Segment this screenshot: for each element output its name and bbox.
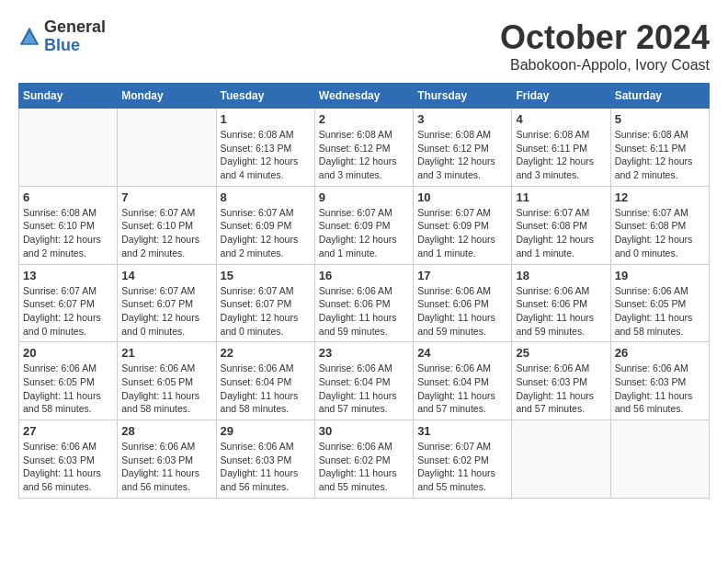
logo-icon <box>18 26 40 48</box>
day-number: 19 <box>615 269 705 282</box>
calendar-cell: 31Sunrise: 6:07 AM Sunset: 6:02 PM Dayli… <box>414 420 512 499</box>
day-number: 15 <box>221 269 311 282</box>
day-number: 6 <box>23 190 113 204</box>
day-info: Sunrise: 6:07 AM Sunset: 6:10 PM Dayligh… <box>121 206 211 260</box>
location-title: Babokoon-Appolo, Ivory Coast <box>500 57 710 74</box>
day-info: Sunrise: 6:07 AM Sunset: 6:07 PM Dayligh… <box>121 284 211 339</box>
weekday-header-tuesday: Tuesday <box>216 84 314 109</box>
logo-general-text: General <box>44 18 106 37</box>
day-info: Sunrise: 6:07 AM Sunset: 6:08 PM Dayligh… <box>516 206 606 260</box>
calendar-cell <box>19 109 118 187</box>
day-number: 25 <box>516 346 606 360</box>
day-number: 23 <box>319 346 409 360</box>
page-header: General Blue October 2024 Babokoon-Appol… <box>18 18 710 74</box>
day-info: Sunrise: 6:06 AM Sunset: 6:05 PM Dayligh… <box>615 284 705 339</box>
title-area: October 2024 Babokoon-Appolo, Ivory Coas… <box>500 18 710 74</box>
weekday-header-wednesday: Wednesday <box>314 84 413 109</box>
day-info: Sunrise: 6:08 AM Sunset: 6:13 PM Dayligh… <box>221 128 311 182</box>
day-info: Sunrise: 6:07 AM Sunset: 6:09 PM Dayligh… <box>319 206 409 260</box>
calendar-cell: 22Sunrise: 6:06 AM Sunset: 6:04 PM Dayli… <box>216 342 314 420</box>
day-info: Sunrise: 6:08 AM Sunset: 6:11 PM Dayligh… <box>516 128 606 182</box>
calendar-week-row: 6Sunrise: 6:08 AM Sunset: 6:10 PM Daylig… <box>19 186 710 264</box>
calendar-cell: 12Sunrise: 6:07 AM Sunset: 6:08 PM Dayli… <box>610 186 709 264</box>
logo-blue-text: Blue <box>44 37 106 55</box>
day-info: Sunrise: 6:06 AM Sunset: 6:03 PM Dayligh… <box>23 440 113 494</box>
calendar-cell: 27Sunrise: 6:06 AM Sunset: 6:03 PM Dayli… <box>19 420 118 499</box>
day-info: Sunrise: 6:06 AM Sunset: 6:04 PM Dayligh… <box>319 362 409 416</box>
calendar-cell: 30Sunrise: 6:06 AM Sunset: 6:02 PM Dayli… <box>314 420 413 499</box>
calendar-week-row: 20Sunrise: 6:06 AM Sunset: 6:05 PM Dayli… <box>19 342 710 420</box>
day-number: 31 <box>417 424 507 438</box>
calendar-week-row: 1Sunrise: 6:08 AM Sunset: 6:13 PM Daylig… <box>19 109 710 187</box>
month-title: October 2024 <box>500 18 710 57</box>
day-number: 8 <box>221 190 311 204</box>
calendar-cell: 1Sunrise: 6:08 AM Sunset: 6:13 PM Daylig… <box>216 109 314 187</box>
day-info: Sunrise: 6:08 AM Sunset: 6:12 PM Dayligh… <box>417 128 507 182</box>
calendar-cell: 28Sunrise: 6:06 AM Sunset: 6:03 PM Dayli… <box>118 420 216 499</box>
calendar-cell: 14Sunrise: 6:07 AM Sunset: 6:07 PM Dayli… <box>118 264 216 342</box>
calendar-cell: 16Sunrise: 6:06 AM Sunset: 6:06 PM Dayli… <box>314 264 413 342</box>
day-info: Sunrise: 6:07 AM Sunset: 6:07 PM Dayligh… <box>221 284 311 339</box>
day-number: 26 <box>615 346 705 360</box>
day-number: 5 <box>615 112 705 126</box>
calendar-cell: 9Sunrise: 6:07 AM Sunset: 6:09 PM Daylig… <box>314 186 413 264</box>
day-info: Sunrise: 6:07 AM Sunset: 6:02 PM Dayligh… <box>417 440 507 494</box>
calendar-cell: 17Sunrise: 6:06 AM Sunset: 6:06 PM Dayli… <box>414 264 512 342</box>
day-number: 11 <box>516 190 606 204</box>
calendar-cell: 25Sunrise: 6:06 AM Sunset: 6:03 PM Dayli… <box>512 342 610 420</box>
day-number: 13 <box>23 269 113 282</box>
calendar-week-row: 27Sunrise: 6:06 AM Sunset: 6:03 PM Dayli… <box>19 420 710 499</box>
calendar-cell: 3Sunrise: 6:08 AM Sunset: 6:12 PM Daylig… <box>414 109 512 187</box>
day-number: 29 <box>221 424 311 438</box>
calendar-cell: 24Sunrise: 6:06 AM Sunset: 6:04 PM Dayli… <box>414 342 512 420</box>
day-number: 9 <box>319 190 409 204</box>
day-info: Sunrise: 6:07 AM Sunset: 6:09 PM Dayligh… <box>417 206 507 260</box>
calendar-cell <box>512 420 610 499</box>
calendar-cell: 18Sunrise: 6:06 AM Sunset: 6:06 PM Dayli… <box>512 264 610 342</box>
day-number: 20 <box>23 346 113 360</box>
calendar-cell: 21Sunrise: 6:06 AM Sunset: 6:05 PM Dayli… <box>118 342 216 420</box>
day-info: Sunrise: 6:06 AM Sunset: 6:06 PM Dayligh… <box>516 284 606 339</box>
day-number: 24 <box>417 346 507 360</box>
day-number: 10 <box>417 190 507 204</box>
calendar-cell: 2Sunrise: 6:08 AM Sunset: 6:12 PM Daylig… <box>314 109 413 187</box>
day-info: Sunrise: 6:08 AM Sunset: 6:11 PM Dayligh… <box>615 128 705 182</box>
day-info: Sunrise: 6:06 AM Sunset: 6:06 PM Dayligh… <box>417 284 507 339</box>
weekday-header-saturday: Saturday <box>610 84 709 109</box>
logo-text: General Blue <box>44 18 106 55</box>
day-info: Sunrise: 6:06 AM Sunset: 6:04 PM Dayligh… <box>417 362 507 416</box>
day-number: 2 <box>319 112 409 126</box>
calendar-cell: 11Sunrise: 6:07 AM Sunset: 6:08 PM Dayli… <box>512 186 610 264</box>
day-info: Sunrise: 6:07 AM Sunset: 6:08 PM Dayligh… <box>615 206 705 260</box>
weekday-header-sunday: Sunday <box>19 84 118 109</box>
calendar-cell: 6Sunrise: 6:08 AM Sunset: 6:10 PM Daylig… <box>19 186 118 264</box>
day-info: Sunrise: 6:06 AM Sunset: 6:03 PM Dayligh… <box>221 440 311 494</box>
day-number: 12 <box>615 190 705 204</box>
day-info: Sunrise: 6:07 AM Sunset: 6:07 PM Dayligh… <box>23 284 113 339</box>
calendar-cell: 8Sunrise: 6:07 AM Sunset: 6:09 PM Daylig… <box>216 186 314 264</box>
day-number: 17 <box>417 269 507 282</box>
calendar-cell: 4Sunrise: 6:08 AM Sunset: 6:11 PM Daylig… <box>512 109 610 187</box>
calendar-week-row: 13Sunrise: 6:07 AM Sunset: 6:07 PM Dayli… <box>19 264 710 342</box>
calendar-cell <box>610 420 709 499</box>
calendar-cell: 19Sunrise: 6:06 AM Sunset: 6:05 PM Dayli… <box>610 264 709 342</box>
day-number: 16 <box>319 269 409 282</box>
weekday-header-friday: Friday <box>512 84 610 109</box>
day-info: Sunrise: 6:08 AM Sunset: 6:12 PM Dayligh… <box>319 128 409 182</box>
day-info: Sunrise: 6:08 AM Sunset: 6:10 PM Dayligh… <box>23 206 113 260</box>
calendar-cell <box>118 109 216 187</box>
calendar-cell: 26Sunrise: 6:06 AM Sunset: 6:03 PM Dayli… <box>610 342 709 420</box>
calendar-cell: 15Sunrise: 6:07 AM Sunset: 6:07 PM Dayli… <box>216 264 314 342</box>
day-number: 27 <box>23 424 113 438</box>
day-info: Sunrise: 6:06 AM Sunset: 6:03 PM Dayligh… <box>516 362 606 416</box>
day-number: 14 <box>121 269 211 282</box>
day-number: 4 <box>516 112 606 126</box>
day-info: Sunrise: 6:06 AM Sunset: 6:06 PM Dayligh… <box>319 284 409 339</box>
day-number: 7 <box>121 190 211 204</box>
calendar-cell: 29Sunrise: 6:06 AM Sunset: 6:03 PM Dayli… <box>216 420 314 499</box>
day-number: 28 <box>121 424 211 438</box>
calendar-cell: 5Sunrise: 6:08 AM Sunset: 6:11 PM Daylig… <box>610 109 709 187</box>
logo: General Blue <box>18 18 106 55</box>
day-info: Sunrise: 6:06 AM Sunset: 6:02 PM Dayligh… <box>319 440 409 494</box>
calendar-cell: 7Sunrise: 6:07 AM Sunset: 6:10 PM Daylig… <box>118 186 216 264</box>
